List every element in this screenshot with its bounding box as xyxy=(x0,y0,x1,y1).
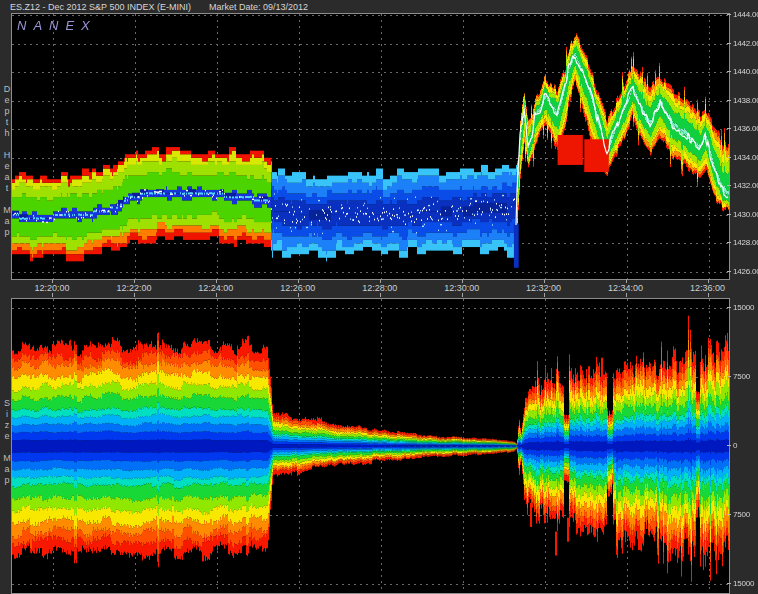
y-axis-tick-label: 15000 xyxy=(733,579,754,588)
x-axis-tick-mark xyxy=(462,279,463,283)
x-axis-tick-mark xyxy=(544,279,545,283)
x-axis-tick-mark xyxy=(52,293,53,297)
y-axis-tick-label: 1442.00 xyxy=(733,39,758,48)
y-axis-tick-label: 0 xyxy=(733,441,737,450)
nanex-depth-window: ES.Z12 - Dec 2012 S&P 500 INDEX (E-MINI)… xyxy=(0,0,758,594)
size-panel-side-label: Size Map xyxy=(1,398,11,486)
y-axis-tick-mark xyxy=(727,583,731,584)
y-axis-tick-mark xyxy=(727,157,731,158)
y-axis-tick-mark xyxy=(727,128,731,129)
x-axis-tick-mark xyxy=(216,293,217,297)
x-axis-tick-label: 12:20:00 xyxy=(20,283,84,293)
x-axis-tick-mark xyxy=(298,279,299,283)
y-axis-tick-mark xyxy=(727,242,731,243)
y-axis-tick-mark xyxy=(727,271,731,272)
nanex-logo: NANEX xyxy=(17,18,97,33)
x-axis-tick-mark xyxy=(380,279,381,283)
y-axis-tick-mark xyxy=(727,214,731,215)
y-axis-tick-label: 7500 xyxy=(733,510,750,519)
y-axis-tick-label: 1444.00 xyxy=(733,10,758,19)
y-axis-tick-label: 1440.00 xyxy=(733,67,758,76)
x-axis-tick-label: 12:26:00 xyxy=(266,283,330,293)
x-axis-tick-mark xyxy=(216,279,217,283)
x-axis-tick-mark xyxy=(380,293,381,297)
y-axis-tick-mark xyxy=(727,14,731,15)
y-axis-tick-mark xyxy=(727,307,731,308)
y-axis-tick-mark xyxy=(727,185,731,186)
x-axis-tick-mark xyxy=(134,279,135,283)
size-map-canvas xyxy=(12,299,729,593)
x-axis-tick-label: 12:32:00 xyxy=(512,283,576,293)
x-axis-tick-label: 12:24:00 xyxy=(184,283,248,293)
y-axis-tick-label: 1428.00 xyxy=(733,238,758,247)
depth-heat-map-panel: NANEX xyxy=(11,13,730,280)
x-axis-tick-mark xyxy=(708,293,709,297)
y-axis-tick-mark xyxy=(727,71,731,72)
x-axis-tick-label: 12:34:00 xyxy=(594,283,658,293)
x-axis-tick-label: 12:22:00 xyxy=(102,283,166,293)
y-axis-tick-label: 1434.00 xyxy=(733,153,758,162)
y-axis-tick-label: 1436.00 xyxy=(733,124,758,133)
y-axis-tick-label: 1438.00 xyxy=(733,96,758,105)
x-axis-tick-label: 12:30:00 xyxy=(430,283,494,293)
y-axis-tick-label: 15000 xyxy=(733,303,754,312)
y-axis-tick-mark xyxy=(727,376,731,377)
size-map-panel xyxy=(11,298,730,594)
x-axis-tick-label: 12:36:00 xyxy=(676,283,740,293)
y-axis-tick-label: 1426.00 xyxy=(733,267,758,276)
x-axis-tick-mark xyxy=(52,279,53,283)
x-axis-tick-mark xyxy=(626,293,627,297)
x-axis-tick-mark xyxy=(708,279,709,283)
y-axis-tick-mark xyxy=(727,43,731,44)
x-axis-tick-mark xyxy=(298,293,299,297)
y-axis-tick-label: 1430.00 xyxy=(733,210,758,219)
y-axis-tick-mark xyxy=(727,445,731,446)
y-axis-tick-label: 7500 xyxy=(733,372,750,381)
depth-panel-side-label: Depth Heat Map xyxy=(1,84,11,238)
y-axis-tick-label: 1432.00 xyxy=(733,181,758,190)
title-bar: ES.Z12 - Dec 2012 S&P 500 INDEX (E-MINI)… xyxy=(0,0,758,14)
y-axis-tick-mark xyxy=(727,514,731,515)
x-axis-tick-mark xyxy=(626,279,627,283)
y-axis-tick-mark xyxy=(727,100,731,101)
x-axis-tick-mark xyxy=(462,293,463,297)
x-axis-tick-mark xyxy=(134,293,135,297)
x-axis-tick-mark xyxy=(544,293,545,297)
x-axis-tick-label: 12:28:00 xyxy=(348,283,412,293)
depth-heatmap-canvas xyxy=(12,14,729,279)
